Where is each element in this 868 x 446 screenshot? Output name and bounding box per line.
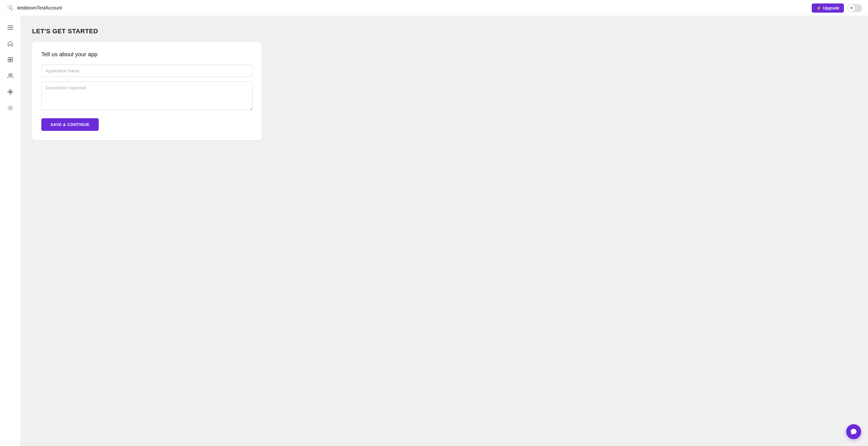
main-content: LET'S GET STARTED Tell us about your app… [21, 16, 868, 446]
bloom-icon [7, 89, 13, 95]
svg-rect-4 [8, 57, 10, 59]
app-name-group [41, 65, 253, 77]
svg-rect-7 [11, 60, 12, 62]
letsbloom-logo-icon [6, 4, 14, 12]
sidebar-item-menu[interactable] [3, 21, 17, 34]
svg-point-14 [10, 91, 11, 92]
sidebar-item-apps[interactable] [3, 53, 17, 67]
upgrade-button[interactable]: ⚡ Upgrade [812, 3, 844, 12]
sidebar-item-users[interactable] [3, 69, 17, 83]
svg-point-15 [9, 107, 11, 109]
theme-toggle-button[interactable]: ☀ [847, 4, 862, 12]
chat-bubble-button[interactable] [846, 424, 861, 439]
description-group [41, 82, 253, 112]
description-input[interactable] [41, 82, 253, 110]
sidebar [0, 16, 21, 446]
svg-point-9 [11, 74, 12, 75]
svg-rect-3 [7, 29, 13, 30]
settings-icon [7, 105, 13, 111]
app-name-input[interactable] [41, 65, 253, 77]
svg-rect-1 [7, 26, 13, 26]
sidebar-item-bloom[interactable] [3, 85, 17, 99]
apps-icon [7, 57, 13, 63]
svg-point-8 [9, 74, 10, 75]
home-icon [7, 41, 13, 46]
users-icon [7, 73, 13, 78]
chat-icon [850, 428, 857, 435]
save-continue-button[interactable]: SAVE & CONTINUE [41, 118, 99, 131]
page-title: LET'S GET STARTED [32, 28, 857, 35]
upgrade-icon: ⚡ [816, 6, 821, 10]
sidebar-item-settings[interactable] [3, 101, 17, 115]
svg-rect-5 [11, 57, 12, 59]
header: letsbloomTestAccount ⚡ Upgrade ☀ [0, 0, 868, 16]
svg-point-0 [9, 7, 11, 9]
app-info-card: Tell us about your app SAVE & CONTINUE [32, 42, 262, 140]
svg-rect-2 [7, 27, 13, 28]
upgrade-label: Upgrade [823, 6, 839, 10]
svg-rect-6 [8, 60, 10, 62]
brand-name: letsbloomTestAccount [17, 5, 62, 11]
card-heading: Tell us about your app [41, 51, 253, 58]
app-body: LET'S GET STARTED Tell us about your app… [0, 16, 868, 446]
header-left: letsbloomTestAccount [6, 4, 62, 12]
header-right: ⚡ Upgrade ☀ [812, 3, 862, 12]
sidebar-item-home[interactable] [3, 37, 17, 51]
theme-toggle-knob: ☀ [848, 5, 855, 11]
menu-icon [7, 25, 13, 30]
